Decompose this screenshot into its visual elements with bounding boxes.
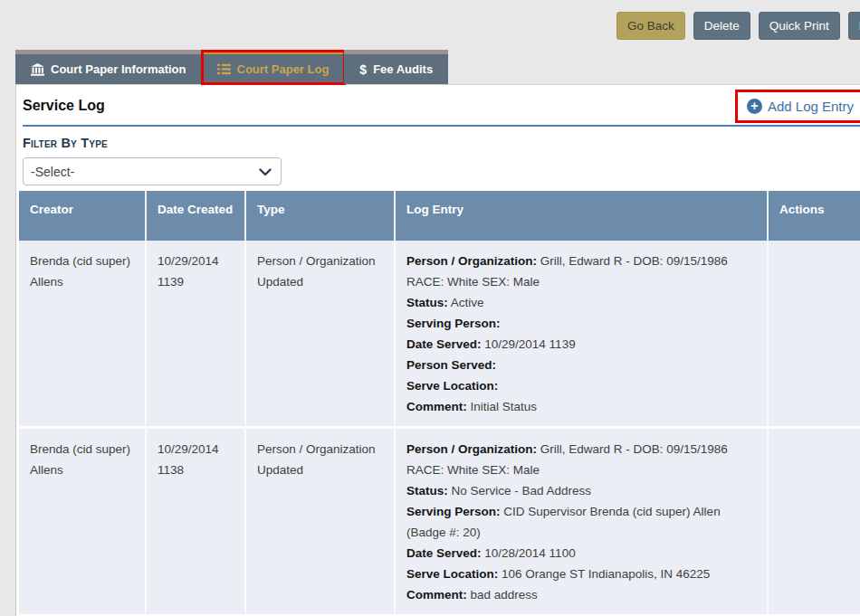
cell-log-entry: Person / Organization: Grill, Edward R -…: [396, 429, 769, 616]
bank-icon: [31, 63, 44, 76]
column-header-creator: Creator: [19, 191, 147, 241]
cell-type: Person / Organization Updated: [246, 241, 396, 429]
table-row: Brenda (cid super) Allens10/29/2014 1139…: [19, 241, 860, 429]
delete-button[interactable]: Delete: [693, 12, 750, 40]
log-entry-line: Date Served: 10/29/2014 1139: [406, 334, 756, 355]
quick-print-button[interactable]: Quick Print: [759, 12, 840, 40]
log-entry-line: Serve Location:: [406, 375, 756, 396]
log-entry-line: Serving Person:: [406, 313, 756, 334]
list-icon: [217, 63, 231, 75]
tab-label: Court Paper Information: [51, 62, 186, 76]
go-back-button[interactable]: Go Back: [616, 12, 685, 40]
table-row: Brenda (cid super) Allens10/29/2014 1138…: [19, 429, 860, 616]
column-header-type: Type: [246, 191, 396, 241]
cell-creator: Brenda (cid super) Allens: [19, 241, 147, 429]
table-header-row: CreatorDate CreatedTypeLog EntryActions: [19, 191, 860, 241]
log-entry-line: Serving Person: CID Supervisor Brenda (c…: [406, 501, 756, 543]
column-header-date-created: Date Created: [147, 191, 246, 241]
chevron-down-icon: [259, 165, 272, 179]
annotation-highlight-add-entry: + Add Log Entry: [735, 90, 860, 123]
tab-court-paper-information[interactable]: Court Paper Information: [15, 50, 202, 84]
tab-strip: Court Paper Information Court Paper Log …: [15, 50, 448, 84]
log-table-body: Brenda (cid super) Allens10/29/2014 1139…: [19, 241, 860, 616]
cell-type: Person / Organization Updated: [246, 429, 396, 616]
filter-by-type-label: Filter By Type: [23, 136, 860, 150]
cell-actions: [769, 241, 860, 429]
toolbar: Go Back Delete Quick Print Print: [616, 12, 860, 40]
tab-label: Fee Audits: [373, 62, 433, 76]
log-entry-line: Comment: Initial Status: [406, 396, 756, 417]
cell-creator: Brenda (cid super) Allens: [19, 429, 147, 616]
section-header: Service Log + Add Log Entry: [23, 92, 860, 127]
print-button[interactable]: Print: [848, 12, 860, 40]
log-entry-line: Status: No Service - Bad Address: [406, 480, 756, 501]
service-log-table: CreatorDate CreatedTypeLog EntryActions …: [19, 191, 860, 616]
log-entry-line: Person Served:: [406, 355, 756, 375]
dollar-icon: $: [359, 62, 367, 77]
add-log-entry-button[interactable]: + Add Log Entry: [747, 99, 854, 114]
tab-label: Court Paper Log: [237, 62, 330, 76]
content-panel: Service Log + Add Log Entry Filter By Ty…: [15, 84, 860, 616]
add-log-entry-label: Add Log Entry: [768, 99, 854, 114]
cell-actions: [769, 429, 860, 616]
log-entry-line: Status: Active: [406, 292, 756, 313]
plus-circle-icon: +: [747, 99, 762, 114]
cell-log-entry: Person / Organization: Grill, Edward R -…: [396, 241, 769, 429]
tab-court-paper-log[interactable]: Court Paper Log: [202, 50, 345, 84]
log-entry-line: Comment: bad address: [406, 584, 756, 605]
tab-fee-audits[interactable]: $ Fee Audits: [344, 50, 448, 84]
log-entry-line: Serve Location: 106 Orange ST Indianapol…: [406, 564, 756, 584]
column-header-actions: Actions: [769, 191, 860, 241]
cell-date-created: 10/29/2014 1139: [147, 241, 246, 429]
column-header-log-entry: Log Entry: [396, 191, 769, 241]
cell-date-created: 10/29/2014 1138: [147, 429, 246, 616]
type-filter-select[interactable]: -Select-: [23, 157, 282, 185]
log-entry-line: Person / Organization: Grill, Edward R -…: [406, 439, 756, 480]
type-filter-selected-value: -Select-: [31, 165, 74, 179]
log-entry-line: Date Served: 10/28/2014 1100: [406, 543, 756, 564]
log-entry-line: Person / Organization: Grill, Edward R -…: [406, 251, 756, 292]
page-title: Service Log: [23, 98, 105, 113]
